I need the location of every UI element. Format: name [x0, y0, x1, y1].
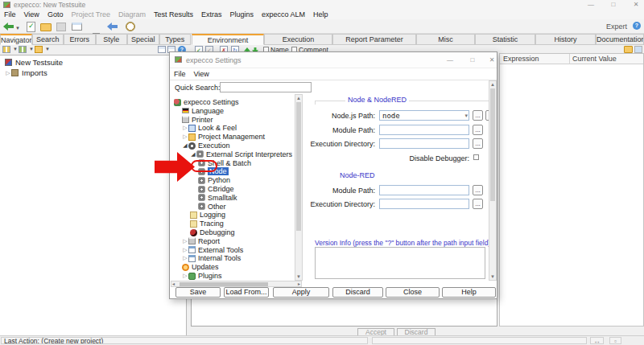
tab-navigator[interactable]: Navigator — [0, 34, 32, 45]
form-scrollbar-vertical[interactable]: ▲ ▼ — [489, 80, 497, 281]
settings-tree-item-tracing[interactable]: Tracing — [190, 220, 224, 228]
settings-tree-item-report[interactable]: ▷Report — [182, 237, 220, 245]
open-button[interactable] — [40, 23, 52, 31]
chevron-down-icon[interactable]: ▼ — [45, 47, 50, 51]
menu-item-file[interactable]: File — [0, 10, 20, 18]
view-grid-icon[interactable] — [2, 46, 10, 53]
dialog-menu-item-file[interactable]: File — [170, 70, 190, 78]
tab-report-parameter[interactable]: Report Parameter — [332, 34, 416, 45]
expand-icon[interactable]: ▷ — [182, 238, 188, 244]
scrollbar-thumb[interactable] — [180, 282, 268, 286]
tab-errors[interactable]: Errors — [64, 34, 96, 45]
scroll-up-icon[interactable]: ▲ — [295, 96, 302, 101]
column-header-current-value[interactable]: Current Value — [572, 55, 617, 63]
browse-button[interactable]: ... — [473, 138, 483, 149]
settings-tree-item-python[interactable]: Python — [198, 176, 230, 184]
settings-tree-item-external-script-interpreters[interactable]: ◢External Script Interpreters — [190, 150, 292, 158]
tab-special[interactable]: Special — [127, 34, 159, 45]
settings-tree-item-look-feel[interactable]: ▷Look & Feel — [182, 124, 237, 132]
undo-button[interactable] — [107, 23, 118, 31]
load-from-button[interactable]: Load From... — [224, 287, 269, 298]
tab-environment[interactable]: Environment — [192, 34, 264, 45]
discard-button[interactable]: Discard — [332, 287, 383, 298]
tree-scrollbar-vertical[interactable]: ▲ ▼ — [295, 94, 303, 281]
save-button[interactable] — [56, 23, 66, 31]
settings-tree-item-execution[interactable]: ◢Execution — [182, 142, 230, 150]
back-button[interactable] — [3, 23, 14, 31]
disable-debugger-checkbox[interactable] — [473, 154, 479, 160]
dialog-minimize-button[interactable]: — — [444, 55, 456, 64]
path-combo-input[interactable]: node▾ — [379, 110, 469, 121]
collapse-icon[interactable]: ◢ — [182, 142, 188, 149]
scroll-down-icon[interactable]: ▼ — [295, 274, 302, 279]
dialog-menu-item-view[interactable]: View — [190, 70, 213, 78]
settings-tree-item-cbridge[interactable]: CBridge — [198, 185, 234, 193]
browse-button[interactable]: ... — [473, 125, 483, 135]
help-icon[interactable]: ? — [633, 22, 641, 30]
chevron-down-icon[interactable]: ▼ — [29, 47, 34, 51]
tab-search[interactable]: Search — [32, 34, 64, 45]
collapse-icon[interactable]: ◢ — [190, 151, 196, 158]
dialog-close-button[interactable]: ✕ — [485, 55, 498, 64]
tab-style[interactable]: Style — [96, 34, 128, 45]
menu-item-extras[interactable]: Extras — [197, 10, 226, 18]
scroll-left-icon[interactable]: ◂ — [172, 281, 175, 287]
browse-button[interactable]: ... — [473, 110, 483, 121]
expand-icon[interactable]: ▷ — [182, 273, 188, 279]
settings-tree-item-other[interactable]: Other — [198, 203, 226, 211]
expand-icon[interactable]: ▷ — [182, 125, 188, 131]
scrollbar-thumb[interactable] — [296, 102, 301, 231]
minimize-button[interactable]: — — [584, 1, 597, 9]
tab-execution[interactable]: Execution — [264, 34, 332, 45]
quick-search-input[interactable] — [220, 82, 312, 92]
scroll-up-icon[interactable]: ▲ — [489, 82, 496, 87]
tab-documentation[interactable]: Documentation — [596, 34, 644, 45]
save-environment-icon[interactable] — [634, 46, 642, 53]
close-button[interactable]: Close — [386, 287, 440, 298]
history-button[interactable] — [126, 22, 135, 31]
settings-tree-item-plugins[interactable]: ▷Plugins — [182, 272, 222, 280]
browse-button[interactable]: ... — [473, 199, 483, 209]
expand-icon[interactable]: ▷ — [182, 247, 188, 253]
column-divider[interactable] — [569, 54, 570, 64]
menu-item-goto[interactable]: Goto — [43, 10, 68, 18]
view-columns-icon[interactable] — [19, 46, 27, 53]
settings-tree-item-smalltalk[interactable]: Smalltalk — [198, 194, 237, 202]
tab-history[interactable]: History — [535, 34, 596, 45]
dialog-maximize-button[interactable]: □ — [466, 55, 479, 64]
back-dropdown-caret[interactable]: ▼ — [15, 26, 20, 31]
path-input[interactable] — [379, 138, 469, 149]
load-environment-icon[interactable] — [624, 46, 633, 53]
settings-tree-item-external-tools[interactable]: ▷External Tools — [182, 246, 243, 254]
browse-button[interactable]: ... — [473, 185, 483, 195]
tree-scrollbar-horizontal[interactable]: ◂ ▸ — [171, 281, 302, 287]
settings-tree-item-expecco-settings[interactable]: expecco Settings — [174, 98, 239, 106]
settings-tree-item-project-management[interactable]: ▷Project Management — [182, 133, 265, 141]
close-button[interactable]: ✕ — [630, 1, 642, 9]
tab-types[interactable]: Types — [159, 34, 192, 45]
new-window-button[interactable] — [72, 23, 82, 31]
save-button[interactable]: Save — [175, 287, 221, 298]
version-info-textarea[interactable] — [315, 247, 485, 279]
settings-tree-item-logging[interactable]: Logging — [190, 211, 225, 219]
new-testsuite-button[interactable]: ✓ — [27, 22, 35, 32]
path-input[interactable] — [379, 125, 469, 135]
settings-tree-item-printer[interactable]: Printer — [182, 116, 213, 124]
column-header-expression[interactable]: Expression — [503, 55, 539, 63]
scroll-right-icon[interactable]: ▸ — [298, 281, 300, 287]
menu-item-help[interactable]: Help — [309, 10, 332, 18]
expand-icon[interactable]: ▷ — [182, 255, 188, 261]
settings-tree-item-internal-tools[interactable]: ▷Internal Tools — [182, 254, 241, 262]
view-folder-icon[interactable] — [35, 46, 43, 53]
menu-item-diagram[interactable]: Diagram — [114, 10, 150, 18]
menu-item-test-results[interactable]: Test Results — [150, 10, 197, 18]
settings-tree-item-language[interactable]: Language — [182, 107, 224, 115]
expander-icon[interactable]: ▷ — [5, 70, 11, 76]
detach-view-icon[interactable] — [158, 46, 166, 53]
maximize-button[interactable]: □ — [607, 1, 620, 9]
expand-icon[interactable]: ▷ — [182, 133, 188, 140]
menu-item-project-tree[interactable]: Project Tree — [67, 10, 114, 18]
menu-item-view[interactable]: View — [20, 10, 43, 18]
scroll-down-icon[interactable]: ▼ — [489, 274, 496, 279]
settings-tree-item-debugging[interactable]: Debugging — [190, 228, 235, 236]
